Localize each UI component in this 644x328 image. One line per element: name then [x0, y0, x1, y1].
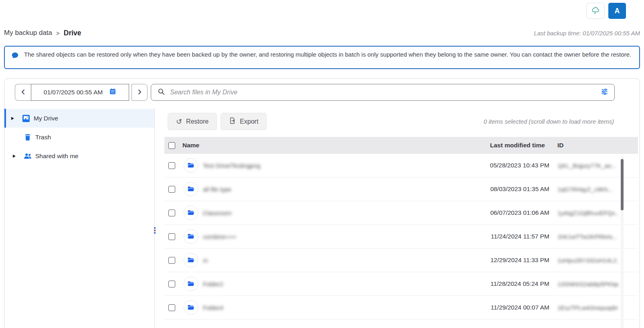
- last-modified-time: 05/28/2023 10:43 PM: [469, 162, 549, 169]
- filter-sliders-icon: [600, 88, 609, 97]
- trash-icon: [24, 134, 32, 141]
- info-banner: The shared objects can be restored only …: [4, 46, 640, 69]
- sidebar-item-label: My Drive: [34, 115, 58, 122]
- folder-icon: [184, 206, 198, 220]
- table-row[interactable]: all file type 08/03/2023 01:35 AM 1qG7RH…: [164, 177, 638, 201]
- table-row[interactable]: m 12/29/2024 11:33 PM 1oHpu28Y332sH14L2.…: [164, 249, 638, 272]
- column-header-last-modified: Last modified time: [490, 142, 545, 149]
- last-backup-time: Last backup time: 01/07/2025 00:55 AM: [534, 30, 640, 37]
- file-name[interactable]: Folder4: [203, 304, 223, 311]
- file-name[interactable]: m: [203, 257, 208, 264]
- file-id: 1oHpu28Y332sH14L2...: [557, 257, 618, 264]
- table-header: Name Last modified time ID: [164, 137, 638, 154]
- backup-date-value: 01/07/2025 00:55 AM: [44, 89, 103, 96]
- restore-icon: ↺: [176, 118, 182, 125]
- table-scrollbar-track[interactable]: [621, 156, 624, 328]
- table-row[interactable]: Classroom 06/07/2023 01:06 AM 1yAtgZ1GjB…: [164, 201, 638, 225]
- file-id: 1hK1wTTw2KPRkrts...: [557, 233, 618, 240]
- file-list-pane: ↺ Restore Export 0 items s: [155, 108, 640, 328]
- table-rows: Test Drive/Testingpng 05/28/2023 10:43 P…: [164, 154, 638, 328]
- folder-icon: [184, 300, 198, 315]
- sidebar-item-trash[interactable]: Trash: [4, 128, 154, 147]
- action-row: ↺ Restore Export 0 items s: [168, 113, 640, 130]
- file-name[interactable]: all file type: [203, 186, 231, 193]
- file-id: 1qG7RHqyZ_c9Kh...: [557, 186, 618, 193]
- expand-caret-icon[interactable]: [13, 155, 18, 158]
- folder-icon: [184, 277, 198, 291]
- row-checkbox[interactable]: [168, 281, 175, 287]
- chevron-right-icon: [136, 89, 143, 96]
- cloud-sync-button[interactable]: [586, 3, 605, 19]
- export-button-label: Export: [240, 118, 258, 125]
- last-modified-time: 11/28/2024 05:24 PM: [469, 280, 549, 287]
- folder-icon: [184, 229, 198, 244]
- column-header-id: ID: [557, 142, 564, 149]
- search-filter-button[interactable]: [600, 88, 609, 97]
- drive-icon: [22, 115, 30, 122]
- breadcrumb: My backup data > Drive: [4, 29, 81, 37]
- table-row[interactable]: Folder2 11/28/2024 05:24 PM 13SNKkS2ab8p…: [164, 272, 638, 296]
- table-row[interactable]: combine+++ 11/24/2024 11:57 PM 1hK1wTTw2…: [164, 225, 638, 249]
- table-row[interactable]: Test Drive/Testingpng 05/28/2023 10:43 P…: [164, 154, 638, 177]
- last-modified-time: 08/03/2023 01:35 AM: [469, 185, 549, 193]
- sidebar-item-my-drive[interactable]: My Drive: [4, 109, 154, 128]
- backup-app-screen: A My backup data > Drive Last backup tim…: [0, 0, 644, 328]
- row-checkbox[interactable]: [168, 162, 175, 169]
- row-checkbox[interactable]: [168, 304, 175, 311]
- search-input[interactable]: [170, 89, 595, 96]
- row-checkbox[interactable]: [168, 186, 175, 193]
- file-name[interactable]: combine+++: [203, 233, 236, 240]
- folder-icon: [184, 158, 198, 173]
- file-id: 1yAtgZ1GjBhuvEFQx...: [557, 210, 618, 216]
- search-icon: [158, 88, 165, 97]
- backup-date-navigator: 01/07/2025 00:55 AM: [15, 84, 148, 101]
- controls-row: 01/07/2025 00:55 AM: [15, 84, 615, 101]
- table-scrollbar-thumb[interactable]: [621, 159, 624, 210]
- previous-backup-button[interactable]: [15, 84, 31, 101]
- select-all-checkbox[interactable]: [168, 142, 175, 149]
- breadcrumb-current: Drive: [64, 29, 81, 37]
- folder-icon: [184, 182, 198, 196]
- folder-tree-sidebar: My Drive Trash: [4, 108, 155, 328]
- row-checkbox[interactable]: [168, 257, 175, 264]
- sidebar-item-label: Shared with me: [35, 153, 79, 160]
- row-checkbox[interactable]: [168, 210, 175, 216]
- file-name[interactable]: Folder2: [203, 281, 223, 287]
- breadcrumb-root[interactable]: My backup data: [4, 29, 52, 37]
- backup-date-picker[interactable]: 01/07/2025 00:55 AM: [31, 84, 129, 101]
- sidebar-item-shared-with-me[interactable]: Shared with me: [4, 147, 154, 165]
- top-actions: A: [586, 3, 626, 19]
- column-header-name: Name: [182, 142, 199, 149]
- last-modified-time: 11/29/2024 00:07 AM: [469, 304, 549, 311]
- avatar-label: A: [615, 7, 620, 15]
- last-modified-time: 12/29/2024 11:33 PM: [469, 257, 549, 264]
- content-split: My Drive Trash: [4, 108, 640, 328]
- next-backup-button[interactable]: [132, 84, 148, 101]
- cloud-sync-icon: [591, 6, 601, 16]
- export-icon: [229, 117, 236, 126]
- main-card: 01/07/2025 00:55 AM: [4, 78, 640, 328]
- folder-icon: [184, 253, 198, 267]
- restore-button[interactable]: ↺ Restore: [168, 113, 217, 130]
- avatar[interactable]: A: [608, 3, 626, 19]
- file-name[interactable]: Test Drive/Testingpng: [203, 162, 260, 169]
- comment-icon: [11, 52, 19, 68]
- banner-message: The shared objects can be restored only …: [24, 50, 631, 68]
- calendar-icon: [109, 88, 116, 97]
- file-id: 1EszTPLwASnepuqdm...: [557, 304, 618, 311]
- selection-status: 0 items selected (scroll down to load mo…: [484, 113, 614, 130]
- file-id: 1jKL_Bsjpzy77K_ao...: [557, 162, 618, 169]
- table-row[interactable]: Folder4 11/29/2024 00:07 AM 1EszTPLwASne…: [164, 296, 638, 320]
- breadcrumb-row: My backup data > Drive Last backup time:…: [4, 26, 640, 39]
- export-button[interactable]: Export: [221, 113, 267, 130]
- file-id: 13SNKkS2ab8p5PKlqw...: [557, 281, 618, 287]
- row-checkbox[interactable]: [168, 233, 175, 240]
- search-box: [151, 84, 615, 101]
- expand-caret-icon[interactable]: [11, 117, 17, 120]
- last-modified-time: 06/07/2023 01:06 AM: [469, 209, 549, 216]
- breadcrumb-separator: >: [56, 30, 60, 37]
- chevron-left-icon: [20, 89, 26, 96]
- file-name[interactable]: Classroom: [203, 210, 232, 216]
- last-modified-time: 11/24/2024 11:57 PM: [469, 233, 549, 240]
- people-icon: [24, 153, 32, 159]
